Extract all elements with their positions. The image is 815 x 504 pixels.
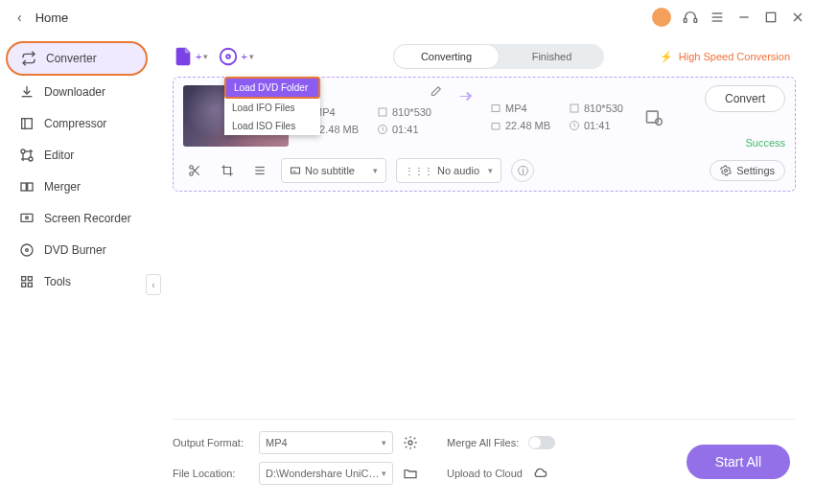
sidebar: Converter Downloader Compressor Editor M… (0, 34, 153, 504)
svg-rect-32 (492, 105, 500, 112)
tab-converting[interactable]: Converting (393, 44, 500, 69)
svg-rect-18 (28, 183, 33, 191)
crop-icon[interactable] (216, 159, 239, 182)
settings-button[interactable]: Settings (710, 160, 785, 181)
sidebar-item-label: DVD Burner (44, 243, 106, 257)
collapse-sidebar-handle[interactable]: ‹ (146, 274, 161, 295)
effect-icon[interactable] (248, 159, 271, 182)
minimize-icon[interactable] (736, 10, 752, 25)
svg-rect-30 (379, 108, 386, 116)
src-resolution: 810*530 (392, 106, 431, 118)
file-location-label: File Location: (173, 468, 249, 479)
tab-finished[interactable]: Finished (500, 44, 604, 69)
sidebar-item-tools[interactable]: Tools (6, 266, 148, 297)
audio-value: No audio (437, 165, 479, 176)
sidebar-item-label: Tools (44, 275, 71, 288)
menu-icon[interactable] (710, 10, 725, 25)
editor-icon (19, 148, 35, 163)
download-icon (19, 84, 35, 100)
hsc-label: High Speed Conversion (679, 51, 790, 62)
svg-rect-24 (28, 277, 32, 281)
sidebar-item-dvd-burner[interactable]: DVD Burner (6, 235, 148, 265)
edit-name-icon[interactable] (429, 85, 442, 101)
output-format-settings-icon[interactable] (403, 435, 418, 450)
chevron-down-icon: ▾ (249, 52, 254, 61)
dvd-burner-icon (19, 242, 35, 258)
sidebar-item-label: Screen Recorder (44, 212, 131, 225)
cloud-icon[interactable] (532, 466, 547, 481)
compressor-icon (19, 116, 35, 131)
svg-rect-1 (694, 18, 697, 22)
subtitle-value: No subtitle (305, 165, 355, 176)
arrow-icon (452, 85, 480, 106)
dropdown-item-load-ifo-files[interactable]: Load IFO Files (224, 99, 320, 117)
tools-icon (19, 274, 35, 289)
svg-point-47 (408, 441, 412, 445)
headset-icon[interactable] (683, 10, 698, 25)
file-location-value: D:\Wondershare UniConverter 1 (266, 468, 381, 479)
svg-point-21 (21, 244, 33, 256)
sidebar-item-label: Converter (46, 52, 97, 65)
sidebar-item-converter[interactable]: Converter (6, 41, 148, 76)
sidebar-item-label: Editor (44, 149, 74, 162)
back-icon[interactable]: ‹ (17, 10, 22, 25)
screen-recorder-icon (19, 211, 35, 226)
sidebar-item-label: Compressor (44, 117, 106, 130)
dropdown-item-load-iso-files[interactable]: Load ISO Files (224, 117, 320, 135)
output-settings-icon[interactable] (643, 106, 664, 127)
chevron-down-icon: ▾ (382, 438, 386, 447)
svg-rect-6 (766, 12, 775, 21)
add-disc-button[interactable]: + ▾ (218, 46, 253, 67)
sidebar-item-editor[interactable]: Editor (6, 140, 148, 171)
output-format-label: Output Format: (173, 437, 249, 448)
chevron-down-icon: ▾ (488, 166, 493, 175)
dst-size: 22.48 MB (505, 120, 550, 131)
audio-icon: ⋮⋮⋮ (405, 166, 433, 176)
sidebar-item-downloader[interactable]: Downloader (6, 77, 148, 107)
svg-point-27 (221, 49, 237, 65)
avatar[interactable] (652, 8, 671, 27)
add-file-button[interactable]: + ▾ (173, 46, 208, 67)
sidebar-item-label: Downloader (44, 85, 105, 99)
output-format-value: MP4 (266, 437, 288, 448)
trim-icon[interactable] (183, 159, 206, 182)
status-success: Success (745, 137, 785, 149)
svg-rect-26 (28, 283, 32, 286)
svg-point-38 (190, 172, 194, 176)
dropdown-item-load-dvd-folder[interactable]: Load DVD Folder (224, 77, 320, 99)
dst-format: MP4 (505, 103, 527, 114)
open-folder-icon[interactable] (403, 466, 418, 481)
load-disc-dropdown: Load DVD Folder Load IFO Files Load ISO … (224, 77, 320, 135)
src-size: 22.48 MB (314, 124, 359, 135)
subtitle-select[interactable]: No subtitle ▾ (281, 158, 386, 183)
upload-cloud-label: Upload to Cloud (447, 468, 523, 479)
start-all-button[interactable]: Start All (687, 445, 790, 479)
maximize-icon[interactable] (763, 10, 779, 25)
svg-rect-17 (21, 183, 26, 191)
svg-rect-19 (21, 214, 33, 221)
svg-point-12 (29, 157, 33, 161)
convert-button[interactable]: Convert (705, 85, 785, 112)
svg-point-20 (26, 217, 29, 219)
sidebar-item-compressor[interactable]: Compressor (6, 108, 148, 139)
converter-icon (21, 51, 36, 66)
close-icon[interactable] (790, 10, 805, 25)
src-duration: 01:41 (392, 124, 419, 135)
file-location-select[interactable]: D:\Wondershare UniConverter 1 ▾ (259, 462, 393, 485)
sidebar-item-merger[interactable]: Merger (6, 172, 148, 202)
sidebar-item-screen-recorder[interactable]: Screen Recorder (6, 203, 148, 234)
high-speed-conversion[interactable]: ⚡ High Speed Conversion (660, 51, 790, 63)
home-label[interactable]: Home (35, 11, 69, 25)
svg-point-11 (21, 149, 25, 153)
svg-point-46 (725, 170, 728, 172)
bolt-icon: ⚡ (660, 51, 673, 63)
svg-rect-0 (684, 18, 687, 22)
output-format-select[interactable]: MP4 ▾ (259, 431, 393, 454)
svg-rect-25 (22, 283, 26, 286)
chevron-down-icon: ▾ (203, 52, 208, 61)
info-icon[interactable]: ⓘ (511, 159, 534, 182)
sidebar-item-label: Merger (44, 180, 81, 194)
merge-label: Merge All Files: (447, 437, 519, 448)
audio-select[interactable]: ⋮⋮⋮No audio ▾ (396, 158, 501, 183)
merge-toggle[interactable] (528, 436, 555, 449)
